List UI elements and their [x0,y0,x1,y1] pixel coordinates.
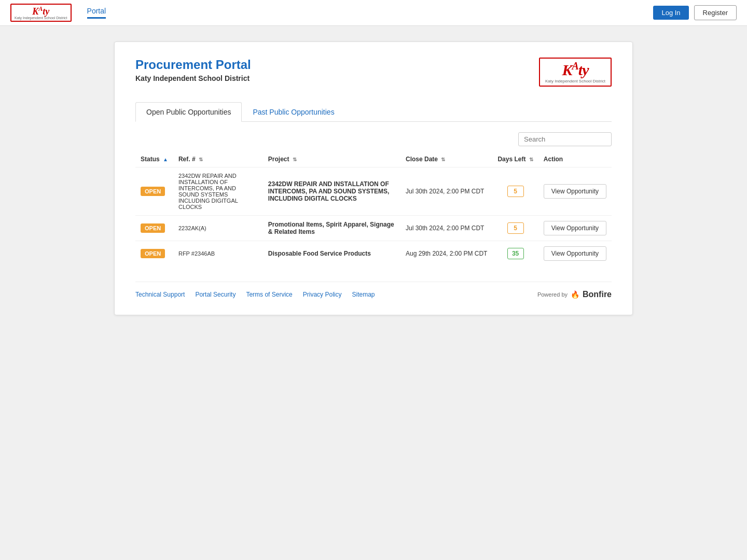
col-status: Status ▲ [135,151,173,167]
row-ref: 2232AK(A) [173,216,263,241]
status-badge: OPEN [141,187,165,196]
top-navigation: KAty Katy Independent School District Po… [0,0,747,26]
sort-project-icon[interactable]: ⇅ [293,157,297,162]
powered-by: Powered by 🔥 Bonfire [537,290,612,299]
view-opportunity-button[interactable]: View Opportunity [544,221,606,235]
search-input[interactable] [518,132,612,146]
bonfire-icon: 🔥 [571,290,579,299]
main-container: Procurement Portal Katy Independent Scho… [114,41,633,315]
row-project: Promotional Items, Spirit Apparel, Signa… [263,216,400,241]
logo-text: KAty [32,6,49,16]
col-days-left: Days Left ⇅ [492,151,538,167]
row-days-left: 5 [492,216,538,241]
tabs-container: Open Public Opportunities Past Public Op… [135,102,612,122]
sort-close-date-icon[interactable]: ⇅ [441,157,445,162]
table-row: OPEN 2232AK(A) Promotional Items, Spirit… [135,216,612,241]
table-body: OPEN 2342DW REPAIR AND INSTALLATION OF I… [135,167,612,267]
row-ref: 2342DW REPAIR AND INSTALLATION OF INTERC… [173,167,263,216]
row-status: OPEN [135,167,173,216]
portal-nav-link[interactable]: Portal [87,7,106,19]
portal-title: Procurement Portal [135,58,251,72]
row-project: Disposable Food Service Products [263,241,400,267]
header-logo: KAty Katy Independent School District [539,58,612,87]
status-badge: OPEN [141,223,165,233]
row-action: View Opportunity [538,167,612,216]
footer-link-terms[interactable]: Terms of Service [246,291,292,298]
col-ref: Ref. # ⇅ [173,151,263,167]
portal-org: Katy Independent School District [135,74,251,82]
row-days-left: 5 [492,167,538,216]
row-action: View Opportunity [538,241,612,267]
logo-subtitle: Katy Independent School District [15,16,67,20]
footer-link-privacy[interactable]: Privacy Policy [303,291,342,298]
portal-footer: Technical Support Portal Security Terms … [135,282,612,299]
sort-days-left-icon[interactable]: ⇅ [529,157,533,162]
sort-status-icon[interactable]: ▲ [163,157,168,162]
nav-left: KAty Katy Independent School District Po… [10,4,106,22]
table-row: OPEN RFP #2346AB Disposable Food Service… [135,241,612,267]
bonfire-brand: Bonfire [583,290,612,299]
row-action: View Opportunity [538,216,612,241]
opportunities-table: Status ▲ Ref. # ⇅ Project ⇅ Close Date ⇅… [135,151,612,266]
col-close-date: Close Date ⇅ [400,151,492,167]
footer-link-sitemap[interactable]: Sitemap [352,291,375,298]
logo: KAty Katy Independent School District [10,4,72,22]
row-status: OPEN [135,241,173,267]
row-status: OPEN [135,216,173,241]
row-close-date: Jul 30th 2024, 2:00 PM CDT [400,167,492,216]
portal-header: Procurement Portal Katy Independent Scho… [135,58,612,87]
powered-by-label: Powered by [537,291,568,298]
table-row: OPEN 2342DW REPAIR AND INSTALLATION OF I… [135,167,612,216]
footer-links: Technical Support Portal Security Terms … [135,291,375,298]
view-opportunity-button[interactable]: View Opportunity [544,246,606,261]
login-button[interactable]: Log In [653,6,688,20]
tab-open-opportunities[interactable]: Open Public Opportunities [135,102,242,122]
row-close-date: Jul 30th 2024, 2:00 PM CDT [400,216,492,241]
row-close-date: Aug 29th 2024, 2:00 PM CDT [400,241,492,267]
register-button[interactable]: Register [694,5,737,20]
search-row [135,132,612,146]
row-ref: RFP #2346AB [173,241,263,267]
row-project: 2342DW REPAIR AND INSTALLATION OF INTERC… [263,167,400,216]
table-header: Status ▲ Ref. # ⇅ Project ⇅ Close Date ⇅… [135,151,612,167]
footer-link-technical-support[interactable]: Technical Support [135,291,185,298]
header-logo-sub: Katy Independent School District [545,79,605,83]
sort-ref-icon[interactable]: ⇅ [199,157,203,162]
footer-link-portal-security[interactable]: Portal Security [195,291,236,298]
header-logo-text: KAty [562,61,588,78]
col-action: Action [538,151,612,167]
col-project: Project ⇅ [263,151,400,167]
portal-title-block: Procurement Portal Katy Independent Scho… [135,58,251,82]
nav-right: Log In Register [653,5,737,20]
status-badge: OPEN [141,249,165,258]
tab-past-opportunities[interactable]: Past Public Opportunities [242,102,345,122]
view-opportunity-button[interactable]: View Opportunity [544,184,606,199]
row-days-left: 35 [492,241,538,267]
